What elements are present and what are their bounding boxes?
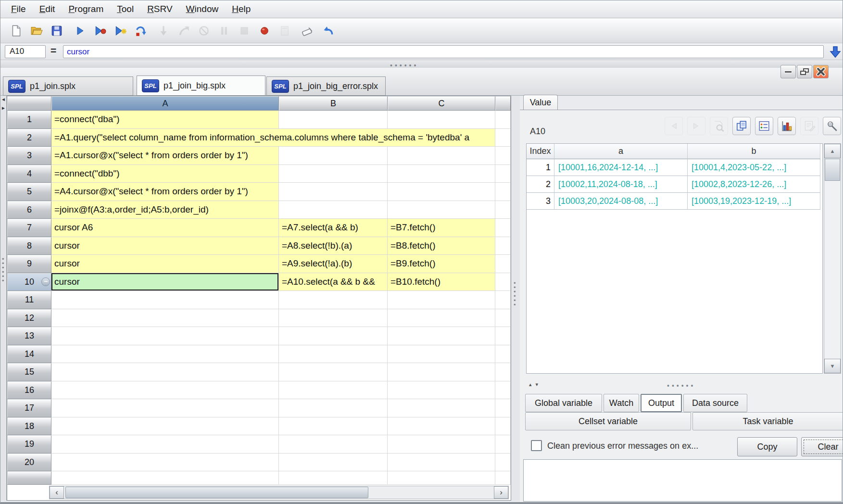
value-cell-a[interactable]: [10002,11,2024-08-18, ...]: [554, 176, 688, 193]
cell-A7[interactable]: cursor A6: [51, 219, 279, 237]
row-header-14[interactable]: 14: [7, 345, 51, 364]
cell-B11[interactable]: [279, 291, 388, 309]
file-tab-p1_join_big_error.splx[interactable]: SPLp1_join_big_error.splx: [266, 76, 386, 96]
cell-C8[interactable]: =B8.fetch(): [388, 237, 495, 255]
cell-A19[interactable]: [51, 435, 279, 454]
row-header-15[interactable]: 15: [7, 363, 51, 381]
cell-A11[interactable]: [51, 291, 279, 309]
file-tab-p1_join.splx[interactable]: SPLp1_join.splx: [3, 76, 133, 96]
breakpoint-minus-icon[interactable]: −: [41, 277, 50, 286]
cell-C13[interactable]: [388, 327, 495, 345]
bottom-splitter[interactable]: ▴▾ ••••••: [520, 379, 843, 392]
cell-B20[interactable]: [279, 454, 388, 472]
tab-output[interactable]: Output: [641, 394, 682, 412]
row-header-17[interactable]: 17: [7, 399, 51, 417]
cell-A17[interactable]: [51, 399, 279, 417]
horizontal-splitter[interactable]: ••••••: [0, 60, 843, 68]
row-header-11[interactable]: 11: [7, 291, 51, 309]
cell-C6[interactable]: [388, 201, 495, 219]
row-header-9[interactable]: 9: [7, 255, 51, 273]
cell-A21[interactable]: [51, 471, 279, 485]
execute-icon[interactable]: [72, 23, 88, 39]
cell-C12[interactable]: [388, 309, 495, 328]
row-header-4[interactable]: 4: [7, 165, 51, 183]
copy-button[interactable]: Copy: [737, 437, 797, 456]
scroll-up-icon[interactable]: ▲: [824, 144, 841, 158]
scroll-down-icon[interactable]: ▼: [824, 359, 841, 373]
cell-A6[interactable]: =joinx@f(A3:a,order_id;A5:b,order_id): [51, 201, 279, 219]
draw-chart-icon[interactable]: [778, 117, 796, 135]
row-header-13[interactable]: 13: [7, 327, 51, 345]
row-header-19[interactable]: 19: [7, 435, 51, 454]
cell-B8[interactable]: =A8.select(!b).(a): [279, 237, 388, 255]
panel-splitter[interactable]: ••••••: [511, 96, 520, 501]
cell-B15[interactable]: [279, 363, 388, 381]
cell-A16[interactable]: [51, 381, 279, 400]
display-format-icon[interactable]: [755, 117, 773, 135]
cell-D17[interactable]: [495, 399, 511, 417]
cell-B13[interactable]: [279, 327, 388, 345]
cell-D15[interactable]: [495, 363, 511, 381]
value-cell-a[interactable]: [10001,16,2024-12-14, ...]: [554, 159, 688, 176]
tab-cellset-variable[interactable]: Cellset variable: [525, 412, 691, 430]
select-all-corner[interactable]: [7, 96, 51, 111]
row-header-12[interactable]: 12: [7, 309, 51, 328]
save-file-icon[interactable]: [49, 23, 65, 39]
row-header-16[interactable]: 16: [7, 381, 51, 400]
value-cell-b[interactable]: [10002,8,2023-12-26, ...]: [688, 176, 820, 193]
cell-C1[interactable]: [388, 111, 495, 129]
value-col-header-index[interactable]: Index: [527, 144, 554, 159]
cell-D14[interactable]: [495, 345, 511, 364]
cell-D21[interactable]: [495, 471, 511, 485]
breakpoint-icon[interactable]: [256, 23, 273, 39]
value-row-index[interactable]: 2: [527, 176, 554, 193]
cell-C4[interactable]: [388, 165, 495, 183]
row-header-20[interactable]: 20: [7, 454, 51, 472]
close-button[interactable]: [813, 65, 829, 78]
execute-debug-icon[interactable]: [92, 23, 108, 39]
open-file-icon[interactable]: [28, 23, 45, 39]
cell-C20[interactable]: [388, 454, 495, 472]
cell-D2[interactable]: [495, 129, 511, 147]
cell-C9[interactable]: =B9.fetch(): [388, 255, 495, 273]
cell-B4[interactable]: [279, 165, 388, 183]
cell-D9[interactable]: [495, 255, 511, 273]
value-cell-a[interactable]: [10003,20,2024-08-08, ...]: [554, 193, 688, 210]
row-header-10[interactable]: 10−: [7, 273, 51, 291]
row-header-1[interactable]: 1: [7, 111, 51, 129]
cell-D3[interactable]: [495, 147, 511, 165]
menu-edit[interactable]: Edit: [33, 2, 62, 16]
cell-A2[interactable]: =A1.query("select column_name from infor…: [51, 129, 495, 147]
cell-C7[interactable]: =B7.fetch(): [388, 219, 495, 237]
cell-A9[interactable]: cursor: [51, 255, 279, 273]
cell-A10[interactable]: cursor: [51, 273, 279, 291]
panel-splitter-handle[interactable]: ••••••: [514, 281, 516, 307]
cell-A20[interactable]: [51, 454, 279, 472]
cell-D13[interactable]: [495, 327, 511, 345]
cell-B1[interactable]: [279, 111, 388, 129]
pin-icon[interactable]: [823, 117, 841, 135]
tab-data-source[interactable]: Data source: [683, 394, 747, 412]
cell-B19[interactable]: [279, 435, 388, 454]
copy-data-icon[interactable]: [732, 117, 751, 135]
clear-cell-icon[interactable]: [300, 23, 316, 39]
cell-ref-input[interactable]: A10: [5, 45, 46, 58]
value-col-header-b[interactable]: b: [688, 144, 820, 159]
menu-file[interactable]: File: [4, 2, 33, 16]
cell-C18[interactable]: [388, 417, 495, 436]
cell-A1[interactable]: =connect("dba"): [51, 111, 279, 129]
menu-help[interactable]: Help: [225, 2, 257, 16]
cell-C5[interactable]: [388, 183, 495, 201]
cell-D5[interactable]: [495, 183, 511, 201]
cell-B18[interactable]: [279, 417, 388, 436]
cell-C10[interactable]: =B10.fetch(): [388, 273, 495, 291]
tab-global-variable[interactable]: Global variable: [525, 394, 602, 412]
scroll-right-icon[interactable]: ›: [494, 486, 508, 499]
splitter-collapse-icons[interactable]: ▴▾: [529, 381, 542, 388]
formula-input[interactable]: cursor: [63, 45, 824, 58]
tab-watch[interactable]: Watch: [604, 394, 639, 412]
value-row-index[interactable]: 1: [527, 159, 554, 176]
col-header-C[interactable]: C: [388, 96, 495, 111]
cell-C19[interactable]: [388, 435, 495, 454]
new-file-icon[interactable]: [8, 23, 25, 39]
